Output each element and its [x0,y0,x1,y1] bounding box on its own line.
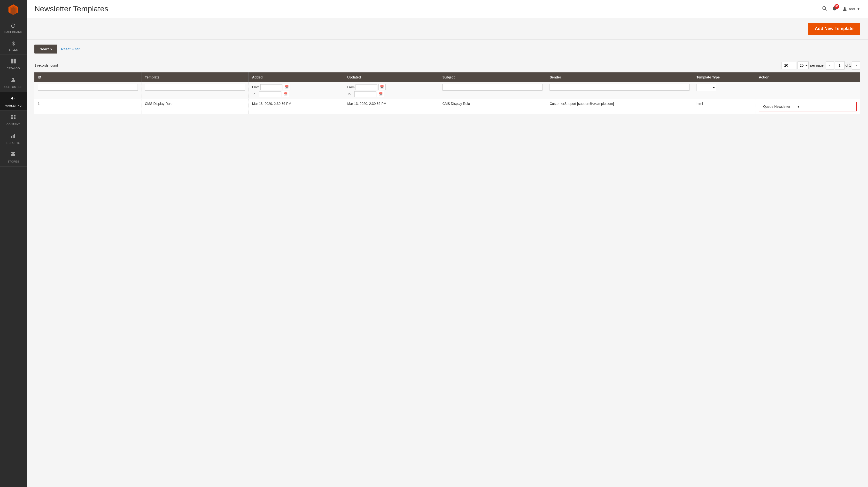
col-header-id: ID [34,72,142,82]
cell-template: CMS Display Rule [142,99,249,114]
reports-icon [10,133,16,140]
svg-rect-6 [14,115,16,117]
col-header-template-type: Template Type [693,72,755,82]
sidebar-item-sales[interactable]: $ SALES [0,37,27,55]
added-from-input[interactable] [260,84,282,90]
svg-rect-3 [13,61,16,63]
per-page-input[interactable] [781,62,796,69]
search-button[interactable]: Search [34,44,57,54]
sidebar-item-reports[interactable]: REPORTS [0,129,27,148]
marketing-icon [10,95,16,103]
prev-page-button[interactable]: ‹ [826,61,834,69]
filter-cell-sender [546,82,693,99]
filter-cell-template [142,82,249,99]
cell-sender: CustomerSupport [support@example.com] [546,99,693,114]
filter-cell-action [755,82,860,99]
notification-badge: 83 [834,4,839,9]
added-to-calendar-button[interactable]: 📅 [282,91,289,97]
content-area: Add New Template Search Reset Filter 1 r… [27,18,868,487]
svg-point-4 [12,78,14,80]
search-icon-button[interactable] [822,6,827,12]
added-to-row: To 📅 [252,91,340,97]
filter-bar: Search Reset Filter [27,40,868,58]
cell-template-type: html [693,99,755,114]
reset-filter-button[interactable]: Reset Filter [61,47,80,51]
added-to-input[interactable] [259,91,281,97]
col-header-action: Action [755,72,860,82]
sidebar-item-dashboard[interactable]: ⏱ DASHBOARD [0,19,27,37]
action-dropdown-main-button[interactable]: Queue Newsletter [759,102,794,111]
added-from-label: From [252,85,259,89]
updated-from-calendar-button[interactable]: 📅 [378,84,385,90]
filter-cell-updated: From 📅 To 📅 [344,82,439,99]
action-bar: Add New Template [27,18,868,40]
sidebar-item-label: CUSTOMERS [4,86,23,88]
current-page-input[interactable] [835,61,844,69]
svg-rect-11 [14,134,15,138]
per-page-select: 20 30 50 per page [781,62,824,69]
table-container: 1 records found 20 30 50 per page ‹ [27,58,868,122]
col-header-added: Added [248,72,344,82]
sidebar-item-content[interactable]: CONTENT [0,111,27,129]
table-filter-row: From 📅 To 📅 [34,82,860,99]
sidebar-item-label: REPORTS [6,142,20,144]
cell-subject: CMS Display Rule [439,99,546,114]
sender-filter-input[interactable] [550,84,689,91]
table-meta: 1 records found 20 30 50 per page ‹ [34,58,860,72]
sidebar-item-marketing[interactable]: MARKETING [0,92,27,111]
sidebar-item-stores[interactable]: STORES [0,148,27,166]
updated-to-input[interactable] [354,91,376,97]
svg-rect-7 [11,117,13,119]
action-dropdown: Queue Newsletter ▼ [759,102,857,112]
next-page-button[interactable]: › [852,61,860,69]
sidebar-item-catalog[interactable]: CATALOG [0,55,27,73]
sidebar: ⏱ DASHBOARD $ SALES CATALOG CUSTOMERS [0,0,27,487]
records-found: 1 records found [34,63,58,67]
added-from-calendar-button[interactable]: 📅 [283,84,290,90]
table-row: 1 CMS Display Rule Mar 13, 2020, 2:30:36… [34,99,860,114]
svg-rect-10 [12,135,13,138]
sidebar-item-label: CONTENT [6,123,20,126]
added-to-label: To [252,92,258,96]
main-content: Newsletter Templates 83 root [27,0,868,487]
per-page-dropdown[interactable]: 20 30 50 [798,62,809,69]
add-new-template-button[interactable]: Add New Template [808,23,860,35]
sidebar-item-customers[interactable]: CUSTOMERS [0,73,27,92]
subject-filter-input[interactable] [442,84,543,91]
sidebar-item-label: SALES [9,48,18,51]
updated-date-filter: From 📅 To 📅 [347,84,435,97]
updated-from-input[interactable] [355,84,377,90]
user-menu[interactable]: root ▼ [842,6,860,11]
sidebar-item-label: DASHBOARD [4,31,22,33]
notification-bell[interactable]: 83 [832,6,837,12]
filter-cell-type: html text [693,82,755,99]
content-icon [10,114,16,121]
svg-rect-1 [13,59,16,61]
svg-rect-2 [11,61,13,63]
filter-cell-id [34,82,142,99]
user-dropdown-icon: ▼ [857,7,860,11]
customers-icon [10,77,16,84]
col-header-template: Template [142,72,249,82]
catalog-icon [10,58,16,65]
svg-point-12 [823,6,826,9]
svg-point-14 [844,7,846,9]
pagination-controls: 20 30 50 per page ‹ of 1 › [781,61,860,69]
cell-id: 1 [34,99,142,114]
of-pages: of 1 [845,63,851,67]
table-header-row: ID Template Added Updated Subject Sender… [34,72,860,82]
type-filter-select[interactable]: html text [696,84,716,91]
filter-cell-subject [439,82,546,99]
page-title: Newsletter Templates [34,4,108,13]
added-date-filter: From 📅 To 📅 [252,84,340,97]
action-dropdown-arrow-button[interactable]: ▼ [794,102,802,111]
updated-to-calendar-button[interactable]: 📅 [377,91,384,97]
template-filter-input[interactable] [145,84,245,91]
filter-cell-added: From 📅 To 📅 [248,82,344,99]
id-filter-input[interactable] [38,84,138,91]
dashboard-icon: ⏱ [11,23,16,29]
updated-to-label: To [347,92,353,96]
sidebar-item-label: STORES [7,160,19,163]
col-header-sender: Sender [546,72,693,82]
sidebar-item-label: CATALOG [7,67,20,70]
